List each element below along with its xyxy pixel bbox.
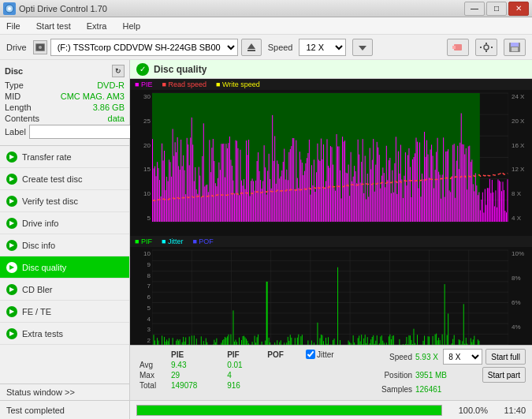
speed-select[interactable]: 12 X: [299, 39, 346, 56]
stats-pie-header: PIE: [165, 349, 221, 360]
maximize-button[interactable]: □: [486, 2, 507, 16]
sidebar-item-verify-test-disc[interactable]: ▶ Verify test disc: [0, 190, 129, 212]
disc-length-label: Length: [5, 103, 32, 112]
create-test-disc-label: Create test disc: [22, 174, 82, 184]
stats-right: Speed 5.93 X 8 X Start full Position 395…: [359, 346, 532, 400]
svg-rect-12: [485, 51, 487, 52]
disc-contents-value: data: [108, 114, 125, 123]
drive-select[interactable]: (F:) TSSTcorp CDDVDW SH-224GB SB00: [50, 39, 238, 56]
sidebar-item-disc-quality[interactable]: ▶ Disc quality: [0, 256, 129, 279]
disc-refresh-button[interactable]: ↻: [112, 65, 125, 77]
disc-section: Disc ↻ Type DVD-R MID CMC MAG. AM3 Lengt…: [0, 60, 129, 146]
save-button[interactable]: [504, 39, 526, 56]
speed-dropdown[interactable]: 8 X: [443, 349, 482, 365]
svg-rect-11: [485, 43, 487, 44]
upper-chart: 30 25 20 15 10 5 24 X 20 X 16 X 12 X 8 X…: [130, 90, 532, 236]
status-window-label: Status window >>: [6, 387, 75, 397]
upper-y-axis-left: 30 25 20 15 10 5: [130, 90, 152, 236]
verify-test-disc-label: Verify test disc: [22, 196, 78, 206]
cd-bler-icon: ▶: [6, 284, 17, 295]
sidebar-item-disc-info[interactable]: ▶ Disc info: [0, 234, 129, 256]
charts-container: ■ PIE ■ Read speed ■ Write speed 30 25 2…: [130, 79, 532, 345]
upper-chart-canvas: [152, 90, 508, 236]
menu-file[interactable]: File: [3, 20, 24, 32]
disc-mid-value: CMC MAG. AM3: [61, 92, 125, 101]
pie-legend: ■ PIE: [135, 80, 152, 88]
title-bar-controls[interactable]: — □ ✕: [464, 2, 529, 16]
svg-rect-17: [512, 47, 518, 51]
sidebar: Disc ↻ Type DVD-R MID CMC MAG. AM3 Lengt…: [0, 60, 130, 400]
upper-legend: ■ PIE ■ Read speed ■ Write speed: [130, 79, 532, 90]
disc-section-title: Disc: [5, 66, 23, 76]
sidebar-item-transfer-rate[interactable]: ▶ Transfer rate: [0, 146, 129, 168]
menu-extra[interactable]: Extra: [84, 20, 110, 32]
write-speed-legend: ■ Write speed: [216, 80, 260, 88]
svg-marker-5: [247, 43, 255, 49]
eraser-button[interactable]: [447, 39, 469, 56]
disc-contents-label: Contents: [5, 114, 39, 123]
start-full-button[interactable]: Start full: [485, 349, 526, 365]
speed-value: 5.93 X: [415, 353, 440, 361]
drive-eject-button[interactable]: [241, 39, 262, 56]
disc-quality-title: Disc quality: [154, 64, 206, 75]
fe-te-label: FE / TE: [22, 307, 51, 316]
menu-help[interactable]: Help: [119, 20, 143, 32]
lower-legend: ■ PIF ■ Jitter ■ POF: [130, 236, 532, 247]
start-part-button[interactable]: Start part: [482, 367, 526, 383]
max-pie: 29: [165, 370, 221, 380]
speed-row: Speed 5.93 X 8 X Start full: [365, 349, 526, 365]
sidebar-item-fe-te[interactable]: ▶ FE / TE: [0, 301, 129, 323]
close-button[interactable]: ✕: [508, 2, 529, 16]
progress-text: 100.0%: [448, 406, 488, 415]
progress-container: 100.0% 11:40: [130, 401, 532, 419]
sidebar-item-extra-tests[interactable]: ▶ Extra tests: [0, 323, 129, 345]
svg-point-1: [8, 7, 11, 10]
jitter-checkbox[interactable]: [306, 350, 315, 359]
extra-tests-label: Extra tests: [22, 329, 63, 339]
disc-info-icon: ▶: [6, 240, 17, 251]
sidebar-nav: ▶ Transfer rate ▶ Create test disc ▶ Ver…: [0, 146, 129, 383]
progress-bar-outer: [136, 405, 442, 416]
status-window-button[interactable]: Status window >>: [0, 383, 129, 400]
content-area: ✓ Disc quality ■ PIE ■ Read speed ■ Writ…: [130, 60, 532, 400]
sidebar-item-drive-info[interactable]: ▶ Drive info: [0, 212, 129, 234]
disc-type-value: DVD-R: [97, 80, 125, 90]
sidebar-item-cd-bler[interactable]: ▶ CD Bler: [0, 279, 129, 301]
sidebar-item-create-test-disc[interactable]: ▶ Create test disc: [0, 168, 129, 190]
minimize-button[interactable]: —: [464, 2, 485, 16]
svg-marker-7: [359, 46, 366, 51]
extra-tests-icon: ▶: [6, 328, 17, 339]
jitter-checkbox-label[interactable]: Jitter: [306, 350, 349, 359]
disc-contents-row: Contents data: [5, 114, 125, 123]
speed-arrow-button[interactable]: [352, 39, 373, 56]
pif-legend: ■ PIF: [135, 238, 152, 245]
total-pie: 149078: [165, 380, 221, 391]
disc-quality-header-icon: ✓: [136, 63, 149, 76]
drive-info-icon: ▶: [6, 218, 17, 229]
svg-rect-9: [452, 46, 456, 49]
settings-button[interactable]: [475, 39, 497, 56]
app-icon: [3, 2, 16, 15]
samples-row: Samples 126461: [365, 385, 526, 394]
stats-avg-row: Avg 9.43 0.01: [136, 360, 352, 370]
total-pif: 916: [221, 380, 261, 391]
drive-info-label: Drive info: [22, 219, 58, 228]
drive-icon: [33, 40, 47, 54]
cd-bler-label: CD Bler: [22, 285, 53, 294]
stats-total-row: Total 149078 916: [136, 380, 352, 391]
transfer-rate-icon: ▶: [6, 152, 17, 163]
disc-header: Disc ↻: [5, 65, 125, 77]
lower-y-axis-right: 10% 8% 6% 4% 2%: [508, 247, 532, 345]
lower-chart: 10 9 8 7 6 5 4 3 2 1 10% 8% 6% 4%: [130, 247, 532, 345]
fe-te-icon: ▶: [6, 306, 17, 317]
disc-info-label: Disc info: [22, 241, 55, 250]
max-pof: [261, 370, 303, 380]
speed-label: Speed: [268, 43, 293, 52]
disc-type-row: Type DVD-R: [5, 80, 125, 90]
disc-label-input[interactable]: [29, 125, 134, 139]
avg-pof: [261, 360, 303, 370]
stats-pof-header: POF: [261, 349, 303, 360]
menu-start-test[interactable]: Start test: [33, 20, 74, 32]
total-pof: [261, 380, 303, 391]
disc-type-label: Type: [5, 80, 24, 90]
